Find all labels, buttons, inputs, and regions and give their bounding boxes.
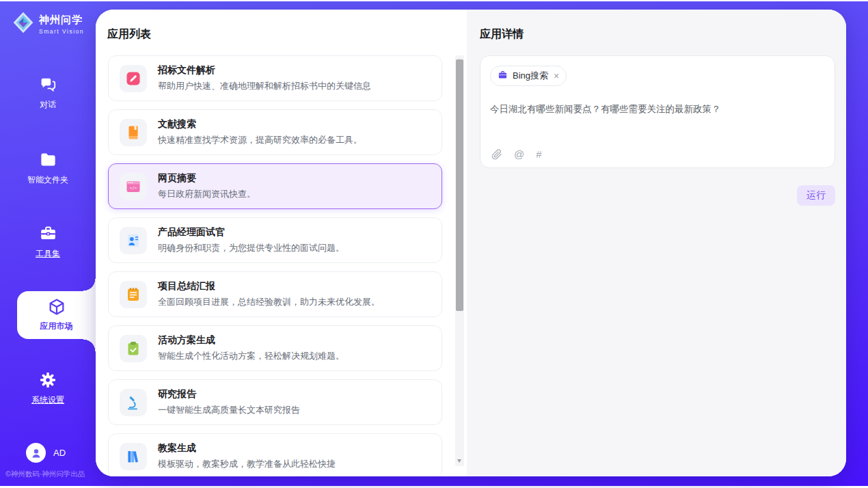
query-input-card[interactable]: Bing搜索 × 今日湖北有哪些新闻要点？有哪些需要关注的最新政策？ @ # [480,55,835,168]
book-icon [120,119,147,146]
at-icon[interactable]: @ [514,148,524,160]
person-icon [30,447,42,459]
app-card-description: 快速精准查找学术资源，提高研究效率的必备工具。 [158,134,362,146]
microscope-icon [120,389,147,416]
app-card[interactable]: 研究报告 一键智能生成高质量长文本研究报告 [108,379,442,425]
app-card-title: 项目总结汇报 [158,280,380,293]
app-card-title: 研究报告 [158,388,300,401]
app-card-description: 帮助用户快速、准确地理解和解析招标书中的关键信息 [158,80,371,92]
close-icon[interactable]: × [554,70,559,81]
books-icon [120,443,147,470]
sidebar-item-label: 应用市场 [40,321,73,331]
paperclip-icon[interactable] [491,149,502,160]
app-card-title: 教案生成 [158,442,336,455]
app-card[interactable]: 项目总结汇报 全面回顾项目进展，总结经验教训，助力未来优化发展。 [108,271,442,317]
diamond-logo-icon [12,11,34,37]
app-card-description: 明确身份和职责，为您提供专业性的面试问题。 [158,242,344,254]
app-card[interactable]: 活动方案生成 智能生成个性化活动方案，轻松解决规划难题。 [108,325,442,371]
app-card[interactable]: 教案生成 模板驱动，教案秒成，教学准备从此轻松快捷 [108,433,442,476]
scroll-down-icon[interactable] [457,459,461,463]
scrollbar-thumb[interactable] [456,59,463,311]
app-card-description: 每日政府新闻资讯快查。 [158,188,256,200]
tool-chip-bing-search[interactable]: Bing搜索 × [490,66,567,86]
app-card-description: 模板驱动，教案秒成，教学准备从此轻松快捷 [158,458,336,470]
tool-chip-label: Bing搜索 [513,70,548,82]
brand-name: 神州问学 [39,14,84,27]
hash-icon[interactable]: # [536,148,541,160]
app-card-description: 智能生成个性化活动方案，轻松解决规划难题。 [158,350,344,362]
chat-icon [39,75,57,96]
edit-icon [120,65,147,92]
run-button[interactable]: 运行 [797,185,835,206]
sidebar-item-label: 智能文件夹 [27,175,68,185]
brand-tagline: Smart Vision [39,28,84,35]
sidebar-item-label: 系统设置 [31,395,64,405]
app-detail-pane: 应用详情 Bing搜索 × 今日湖北有哪些新闻要点？有哪些需要关注的最新政策？ [467,10,846,476]
app-card[interactable]: 招标文件解析 帮助用户快速、准确地理解和解析招标书中的关键信息 [108,55,442,101]
svg-text:</>: </> [130,185,137,190]
cube-icon [47,297,66,318]
app-list-pane: 应用列表 招标文件解析 帮助用户快速、准确地理解和解析招标书中的关键信息 文献搜… [96,10,467,476]
user-name: AD [53,448,66,458]
sidebar: 神州问学 Smart Vision 对话 智能文件夹 [0,1,96,486]
avatar[interactable] [26,443,46,463]
query-text[interactable]: 今日湖北有哪些新闻要点？有哪些需要关注的最新政策？ [490,103,825,116]
app-card-list: 招标文件解析 帮助用户快速、准确地理解和解析招标书中的关键信息 文献搜索 快速精… [108,55,442,476]
sidebar-item-chat[interactable]: 对话 [0,75,96,109]
interviewer-icon [120,227,147,254]
sidebar-item-settings[interactable]: 系统设置 [0,371,96,405]
sidebar-item-label: 工具集 [36,249,60,258]
main-content: 应用列表 招标文件解析 帮助用户快速、准确地理解和解析招标书中的关键信息 文献搜… [96,10,846,476]
copyright-footer: ©神州数码·神州问学出品 [5,470,96,479]
app-card[interactable]: </> 网页摘要 每日政府新闻资讯快查。 [108,163,442,209]
app-card-title: 文献搜索 [158,118,362,131]
scrollbar[interactable] [455,55,464,466]
summary-note-icon [120,281,147,308]
app-card-title: 产品经理面试官 [158,226,344,239]
input-toolbar: @ # [491,148,542,160]
app-card-title: 活动方案生成 [158,334,344,347]
clipboard-check-icon [120,335,147,362]
app-card-description: 一键智能生成高质量长文本研究报告 [158,404,300,416]
app-list-title: 应用列表 [107,27,151,42]
sidebar-item-smart-folder[interactable]: 智能文件夹 [0,150,96,185]
app-card-title: 招标文件解析 [158,64,371,77]
app-detail-title: 应用详情 [480,27,524,42]
sidebar-item-toolset[interactable]: 工具集 [0,224,96,258]
webpage-code-icon: </> [120,173,147,200]
user-account[interactable]: AD [26,443,66,463]
folder-icon [39,150,57,171]
briefcase-icon [498,70,508,83]
app-card-title: 网页摘要 [158,172,256,185]
app-card[interactable]: 文献搜索 快速精准查找学术资源，提高研究效率的必备工具。 [108,109,442,155]
sidebar-item-label: 对话 [40,100,56,109]
gear-icon [39,371,57,391]
app-card-description: 全面回顾项目进展，总结经验教训，助力未来优化发展。 [158,296,380,308]
sidebar-item-app-market[interactable]: 应用市场 [17,291,96,339]
app-card[interactable]: 产品经理面试官 明确身份和职责，为您提供专业性的面试问题。 [108,217,442,263]
toolbox-icon [39,224,57,245]
brand-logo: 神州问学 Smart Vision [12,11,84,37]
